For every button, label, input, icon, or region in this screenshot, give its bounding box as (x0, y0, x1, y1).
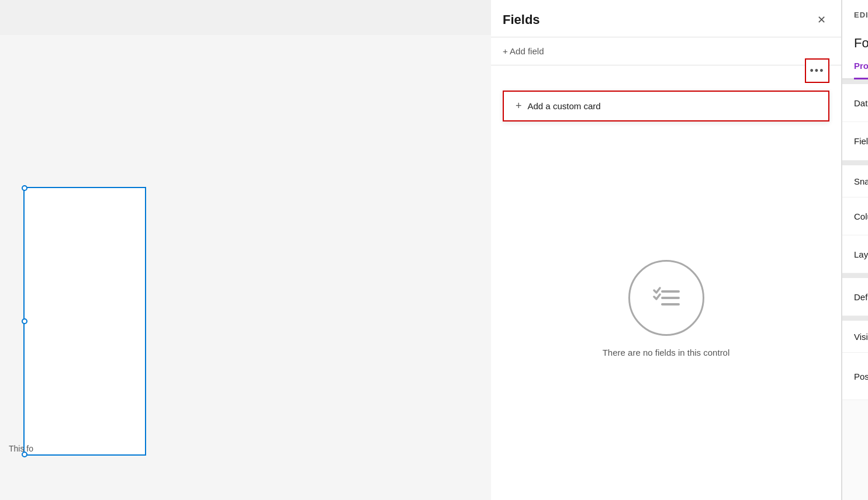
snap-to-columns-row: Snap to columns On (842, 165, 868, 197)
section-divider-3 (842, 273, 868, 278)
fields-row: Fields Edit fields (842, 122, 868, 161)
canvas-bottom-text: This fo (9, 444, 33, 453)
tab-properties[interactable]: Properties (854, 54, 868, 79)
data-source-row: Data source Custom ∨ (842, 84, 868, 122)
fields-header: Fields ✕ (491, 0, 841, 37)
layout-row: Layout No layout selected ∨ (842, 235, 868, 273)
custom-card-dropdown[interactable]: + Add a custom card (503, 91, 829, 121)
edit-label: EDIT (854, 11, 868, 19)
section-divider-2 (842, 161, 868, 165)
columns-label: Columns (854, 211, 868, 221)
default-mode-label: Default mode (854, 292, 868, 302)
columns-row: Columns 3 ∨ (842, 197, 868, 235)
no-fields-content: There are no fields in this control (491, 117, 841, 500)
properties-panel: EDIT ? › Form2 Properties Advanced Ideas… (842, 0, 868, 500)
no-fields-text: There are no fields in this control (603, 348, 730, 357)
form-control-box[interactable] (23, 187, 146, 456)
fields-panel: Fields ✕ + Add field ••• + Add a custom … (491, 0, 842, 500)
close-button[interactable]: ✕ (813, 12, 829, 28)
form-name: Form2 (842, 30, 868, 54)
visible-row: Visible On (842, 321, 868, 353)
custom-card-label: Add a custom card (528, 101, 601, 111)
position-row: Position 836 X 40 Y (842, 353, 868, 400)
data-source-label: Data source (854, 98, 868, 108)
fields-title: Fields (503, 12, 540, 27)
fields-label: Fields (854, 136, 868, 146)
snap-to-columns-label: Snap to columns (854, 176, 868, 186)
handle-mid-left[interactable] (22, 318, 27, 324)
panel-header: EDIT ? › (842, 0, 868, 30)
custom-card-plus-icon: + (516, 100, 522, 112)
visible-label: Visible (854, 332, 868, 342)
canvas-inner: This fo (0, 35, 491, 500)
more-options-button[interactable]: ••• (805, 58, 829, 83)
add-field-row[interactable]: + Add field (491, 37, 841, 65)
position-label: Position (854, 371, 868, 381)
layout-label: Layout (854, 249, 868, 259)
no-fields-icon (628, 260, 704, 336)
header-left: EDIT ? (854, 9, 868, 22)
section-divider-1 (842, 79, 868, 84)
add-field-label: + Add field (503, 46, 544, 56)
section-divider-4 (842, 316, 868, 321)
checklist-icon (646, 277, 687, 318)
canvas-area: This fo (0, 0, 491, 500)
handle-top-left[interactable] (22, 185, 27, 191)
tabs-row: Properties Advanced Ideas (842, 54, 868, 79)
more-options-icon: ••• (810, 65, 825, 77)
default-mode-row: Default mode Edit ∨ (842, 278, 868, 316)
